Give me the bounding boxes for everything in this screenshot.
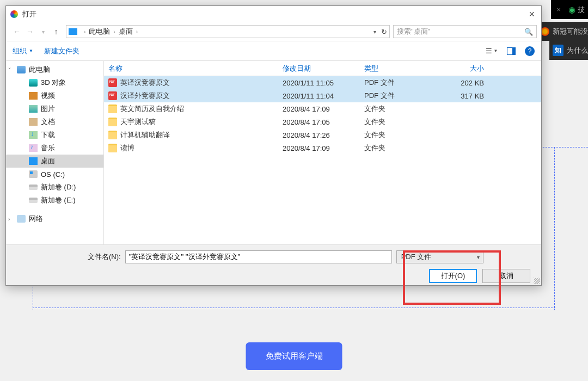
file-row[interactable]: 读博2020/8/4 17:09文件夹 [104,142,541,155]
search-input[interactable]: 搜索"桌面" 🔍 [393,25,537,38]
file-row[interactable]: 计算机辅助翻译2020/8/4 17:26文件夹 [104,128,541,142]
filename-input[interactable] [125,250,392,263]
desktop-icon [29,157,38,165]
file-name: 天宇测试稿 [120,117,156,127]
resize-grip-icon[interactable] [534,278,540,284]
pc-icon [69,28,77,35]
nav-forward-icon[interactable]: → [23,27,36,36]
dialog-navbar: ← → ▾ ↑ › 此电脑 › 桌面 › ▾ ↻ 搜索"桌面" 🔍 [6,22,541,41]
breadcrumb-desktop[interactable]: 桌面 [119,27,133,36]
browser-tab-row2: 新冠可能没 [537,22,588,41]
file-type: PDF 文件 [364,78,446,88]
nav-recent-icon[interactable]: ▾ [36,29,50,35]
view-mode-icon[interactable]: ☰▼ [486,46,498,56]
download-icon [29,131,38,139]
tab2-title-partial[interactable]: 新冠可能没 [553,27,588,36]
sidebar-item-music[interactable]: 音乐 [6,142,103,155]
search-placeholder: 搜索"桌面" [397,27,430,36]
search-icon[interactable]: 🔍 [524,28,533,36]
network-icon [17,215,26,223]
sidebar-item-documents[interactable]: 文档 [6,115,103,128]
preview-pane-icon[interactable] [505,46,517,56]
sidebar-item-pictures[interactable]: 图片 [6,102,103,115]
sidebar-item-osc[interactable]: OS (C:) [6,168,103,181]
col-header-date[interactable]: 修改日期 [283,64,364,73]
guide-line-h2 [33,308,555,308]
zhihu-icon: 知 [553,45,564,56]
organize-menu[interactable]: 组织 ▼ [13,46,33,56]
filename-label: 文件名(N): [88,252,121,262]
picture-icon [29,105,38,113]
file-row[interactable]: 英文简历及自我介绍2020/8/4 17:09文件夹 [104,102,541,115]
folder-icon [108,131,117,139]
tab-close-icon[interactable]: × [551,5,566,14]
chevron-right-icon: › [136,29,138,35]
address-bar[interactable]: › 此电脑 › 桌面 › ▾ ↻ [66,25,390,38]
file-date: 2020/8/4 17:05 [283,118,364,126]
browser-tab-row3: 知 为什么 [549,41,588,60]
file-name: 汉译外竞赛原文 [120,91,170,101]
chevron-down-icon: ˅ [8,67,11,73]
tab-title-partial[interactable]: 技 [578,5,588,15]
file-type: PDF 文件 [364,91,446,101]
file-row[interactable]: 英译汉竞赛原文2020/1/11 11:05PDF 文件202 KB [104,76,541,89]
file-row[interactable]: 汉译外竞赛原文2020/1/11 11:04PDF 文件317 KB [104,89,541,102]
sidebar-item-label: 文档 [41,117,55,127]
file-date: 2020/8/4 17:09 [283,105,364,113]
file-date: 2020/8/4 17:09 [283,144,364,152]
file-name: 英译汉竞赛原文 [120,78,170,88]
music-icon [29,144,38,152]
sidebar-item-drive-d[interactable]: 新加卷 (D:) [6,181,103,194]
file-date: 2020/8/4 17:26 [283,131,364,139]
col-header-name[interactable]: 名称 [108,64,283,73]
file-date: 2020/1/11 11:05 [283,79,364,87]
drive-icon [29,198,38,203]
breadcrumb-thispc[interactable]: 此电脑 [89,27,110,36]
new-folder-button[interactable]: 新建文件夹 [44,46,79,56]
video-icon [29,92,38,100]
sidebar-item-label: 图片 [41,104,55,114]
document-icon [29,118,38,126]
nav-up-icon[interactable]: ↑ [50,27,63,36]
pdf-icon [108,78,117,87]
close-icon[interactable]: × [526,9,537,20]
file-type: 文件夹 [364,130,446,140]
file-size: 202 KB [446,79,495,87]
organize-label: 组织 [13,46,27,56]
free-trial-button[interactable]: 免费试用客户端 [246,342,342,370]
sidebar-item-downloads[interactable]: 下载 [6,128,103,142]
col-header-type[interactable]: 类型 [364,64,446,73]
sidebar-item-label: 桌面 [41,156,55,166]
folder-icon [108,118,117,126]
help-icon[interactable]: ? [525,46,535,56]
chevron-right-icon: › [84,29,85,35]
nav-back-icon[interactable]: ← [10,27,23,36]
newfolder-label: 新建文件夹 [44,46,79,56]
sidebar-item-label: 此电脑 [29,65,50,75]
sidebar-item-network[interactable]: ›网络 [6,212,103,225]
chevron-right-icon: › [113,29,115,35]
sidebar-item-videos[interactable]: 视频 [6,89,103,102]
guide-line-v2 [554,147,555,310]
column-headers: 名称 修改日期 类型 大小 [104,61,541,76]
sidebar-item-label: 新加卷 (D:) [41,182,76,192]
file-date: 2020/1/11 11:04 [283,92,364,100]
favicon-icon [541,27,549,36]
address-dropdown-icon[interactable]: ▾ [373,29,376,35]
sidebar-item-label: 视频 [41,91,55,101]
sidebar-item-3dobjects[interactable]: 3D 对象 [6,76,103,89]
file-row[interactable]: 天宇测试稿2020/8/4 17:05文件夹 [104,115,541,128]
col-header-size[interactable]: 大小 [446,64,495,73]
refresh-icon[interactable]: ↻ [381,28,387,36]
tab3-title-partial[interactable]: 为什么 [567,46,588,56]
file-type: 文件夹 [364,117,446,127]
sidebar-item-drive-e[interactable]: 新加卷 (E:) [6,194,103,207]
browser-tab-strip: × ◉ 技 [551,0,588,19]
sidebar-item-label: OS (C:) [41,170,65,179]
sidebar-item-label: 下载 [41,130,55,140]
file-size: 317 KB [446,92,495,100]
sidebar-item-label: 新加卷 (E:) [41,195,76,205]
file-open-dialog: 打开 × ← → ▾ ↑ › 此电脑 › 桌面 › ▾ ↻ 搜索"桌面" 🔍 组… [5,5,542,286]
sidebar-item-desktop[interactable]: 桌面 [6,155,103,168]
sidebar-item-thispc[interactable]: ˅此电脑 [6,63,103,76]
